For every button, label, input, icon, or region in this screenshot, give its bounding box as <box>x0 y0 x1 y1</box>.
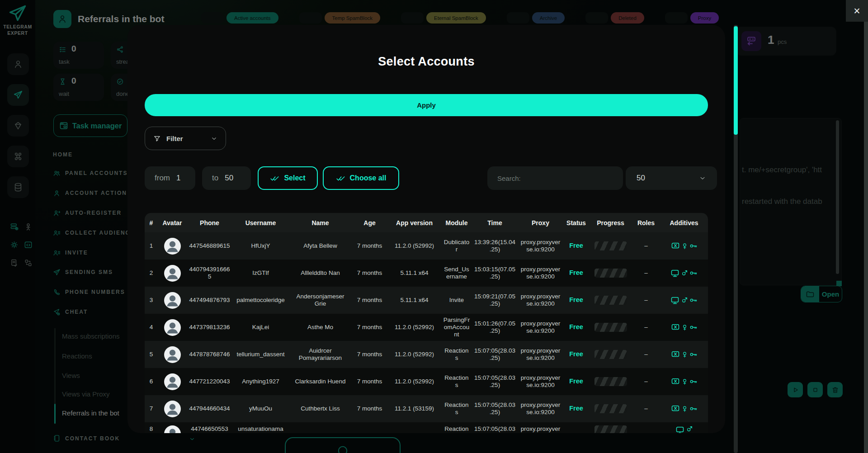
name-cell: Andersonjameser Grie <box>289 287 352 314</box>
avatar-cell <box>158 395 187 422</box>
time-cell: 15:07:05(28.03.25) <box>472 341 518 368</box>
age-cell <box>352 422 387 433</box>
app-version-cell: 11.2.0 (52992) <box>387 368 441 395</box>
modal-title: Select Accounts <box>127 55 725 69</box>
row-index: 1 <box>145 232 158 260</box>
phone-cell: 447721220043 <box>187 368 232 395</box>
from-input[interactable]: from 1 <box>145 166 195 190</box>
avatar-cell <box>158 287 187 314</box>
name-cell: Cuthbertx Liss <box>289 395 352 422</box>
row-index: 6 <box>145 368 158 395</box>
progress-cell <box>589 368 632 395</box>
table-row[interactable]: 4 447379813236 KajLei Asthe Mo 7 months … <box>145 314 708 341</box>
roles-cell <box>632 422 660 433</box>
progress-bar <box>594 377 627 386</box>
proxy-cell: proxy.proxyverse.io:9200 <box>518 314 563 341</box>
avatar-cell <box>158 341 187 368</box>
proxy-cell: proxy.proxyverse.io:9200 <box>518 368 563 395</box>
from-label: from <box>155 174 170 183</box>
progress-cell <box>589 287 632 314</box>
row-index: 4 <box>145 314 158 341</box>
progress-bar <box>594 404 627 413</box>
window-scrollbar[interactable] <box>864 22 868 453</box>
column-header-status: Status <box>563 219 589 226</box>
column-header-name: Name <box>289 219 352 226</box>
female-icon <box>681 243 688 250</box>
table-row[interactable]: 5 447878768746 tellurium_dassent Auidrce… <box>145 341 708 368</box>
avatar <box>164 425 181 433</box>
time-cell: 15:01:26(07.05.25) <box>472 314 518 341</box>
progress-cell <box>589 232 632 260</box>
column-header-proxy: Proxy <box>518 219 563 226</box>
additives-cell <box>660 395 708 422</box>
table-row[interactable]: 2 4407943916665 IzGTIf Alllelddlto Nan 7… <box>145 260 708 287</box>
select-button[interactable]: Select <box>258 166 318 190</box>
female-icon <box>681 351 688 358</box>
column-header-: # <box>145 219 158 226</box>
key-icon <box>689 269 698 277</box>
to-input[interactable]: to 50 <box>202 166 251 190</box>
apply-button[interactable]: Apply <box>145 94 708 116</box>
column-header-additives: Additives <box>660 219 708 226</box>
time-cell: 15:07:05(28.03.25) <box>472 395 518 422</box>
avatar-cell <box>158 422 187 433</box>
time-cell: 15:03:15(07.05.25) <box>472 260 518 287</box>
additives-cell <box>660 341 708 368</box>
time-cell: 15:07:05(28.03.25) <box>472 422 518 433</box>
column-header-time: Time <box>472 219 518 226</box>
modal-scrollbar[interactable] <box>734 25 738 453</box>
username-cell: yMuuOu <box>232 395 289 422</box>
username-cell: tellurium_dassent <box>232 341 289 368</box>
search-input[interactable] <box>496 174 614 183</box>
column-header-phone: Phone <box>187 219 232 226</box>
table-row[interactable]: 8 44746650553 unsaturationama Reactions … <box>145 422 708 433</box>
female-icon <box>681 378 688 385</box>
name-cell: Auidrcer Pomayrariarson <box>289 341 352 368</box>
monitor-icon <box>675 425 684 433</box>
row-index: 7 <box>145 395 158 422</box>
proxy-cell: proxy.proxyverse.io:9200 <box>518 232 563 260</box>
table-row[interactable]: 7 447944660434 yMuuOu Cuthbertx Liss 7 m… <box>145 395 708 422</box>
screen-x-icon <box>671 377 680 386</box>
progress-bar <box>594 425 627 433</box>
status-cell: Free <box>563 232 589 260</box>
progress-cell <box>589 260 632 287</box>
app-version-cell: 11.2.0 (52992) <box>387 232 441 260</box>
close-button[interactable]: ✕ <box>846 0 868 22</box>
avatar <box>164 319 181 336</box>
name-cell: Alllelddlto Nan <box>289 260 352 287</box>
filter-label: Filter <box>166 135 205 142</box>
name-cell <box>289 422 352 433</box>
funnel-icon <box>153 135 161 142</box>
chevron-down-icon <box>699 175 706 182</box>
status-cell: Free <box>563 341 589 368</box>
choose-all-button[interactable]: Choose all <box>323 166 399 190</box>
double-check-icon <box>336 174 345 183</box>
table-row[interactable]: 3 447494876793 palmettocoleridge Anderso… <box>145 287 708 314</box>
double-check-icon <box>270 174 279 183</box>
username-cell: Anything1927 <box>232 368 289 395</box>
row-index: 5 <box>145 341 158 368</box>
key-icon <box>689 296 698 304</box>
app-version-cell: 11.2.0 (52992) <box>387 314 441 341</box>
table-row[interactable]: 6 447721220043 Anything1927 Clarksardin … <box>145 368 708 395</box>
avatar <box>164 401 181 417</box>
age-cell: 7 months <box>352 260 387 287</box>
page-size-select[interactable]: 50 <box>626 166 717 190</box>
avatar <box>164 238 181 255</box>
roles-cell: – <box>632 232 660 260</box>
filter-dropdown[interactable]: Filter <box>145 127 226 150</box>
screen-x-icon <box>671 323 680 332</box>
chevron-down-icon <box>211 135 217 142</box>
additives-cell <box>660 287 708 314</box>
roles-cell: – <box>632 260 660 287</box>
time-cell: 13:39:26(15.04.25) <box>472 232 518 260</box>
monitor-icon <box>670 269 679 278</box>
status-cell: Free <box>563 368 589 395</box>
username-cell: unsaturationama <box>232 422 289 433</box>
to-value: 50 <box>225 174 233 183</box>
modal-scrollbar-thumb[interactable] <box>734 26 738 135</box>
age-cell: 7 months <box>352 314 387 341</box>
table-row[interactable]: 1 447546889615 HfUxjY Afyta Bellew 7 mon… <box>145 232 708 260</box>
avatar <box>164 373 181 390</box>
